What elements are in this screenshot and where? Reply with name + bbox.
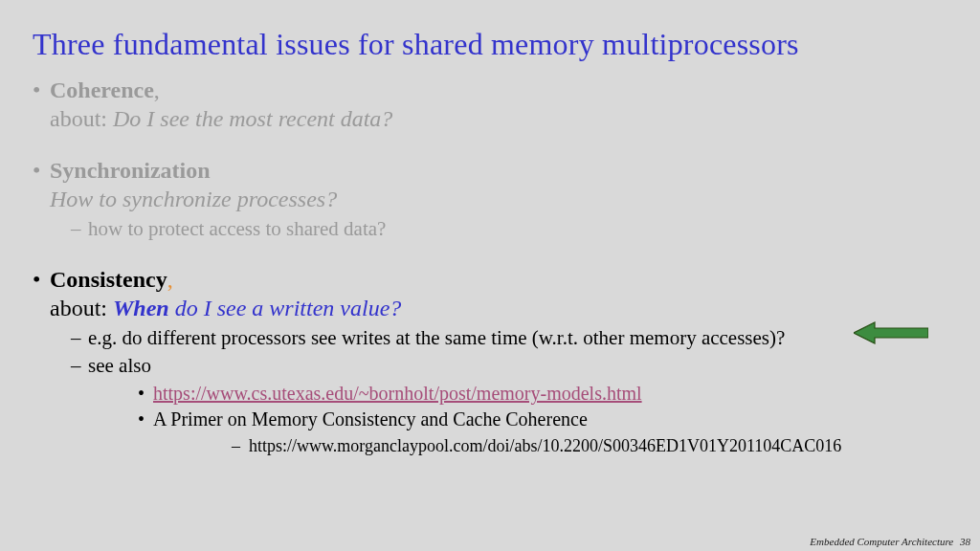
about-label: about: bbox=[50, 296, 113, 320]
comma: , bbox=[167, 267, 173, 292]
about-question: do I see a written value? bbox=[169, 296, 402, 320]
reference-sub: https://www.morganclaypool.com/doi/abs/1… bbox=[153, 434, 947, 457]
link-item: https://www.cs.utexas.edu/~bornholt/post… bbox=[88, 381, 947, 407]
issue-name: Coherence bbox=[50, 77, 154, 102]
see-also-list: https://www.cs.utexas.edu/~bornholt/post… bbox=[88, 381, 947, 457]
issues-list: Coherence, about: Do I see the most rece… bbox=[33, 76, 947, 457]
about-label: about: bbox=[50, 106, 113, 131]
when-word: When bbox=[113, 296, 169, 320]
footer: Embedded Computer Architecture 38 bbox=[810, 536, 970, 547]
memory-models-link[interactable]: https://www.cs.utexas.edu/~bornholt/post… bbox=[153, 383, 642, 404]
slide: Three fundamental issues for shared memo… bbox=[0, 0, 980, 551]
sub-list: how to protect access to shared data? bbox=[50, 215, 947, 242]
issue-name: Synchronization bbox=[50, 158, 211, 183]
issue-consistency: Consistency, about: When do I see a writ… bbox=[33, 265, 947, 457]
about-question: How to synchronize processes? bbox=[50, 185, 947, 213]
reference-title: A Primer on Memory Consistency and Cache… bbox=[153, 408, 588, 430]
sub-item: e.g. do different processors see writes … bbox=[50, 324, 947, 351]
highlight-arrow-icon bbox=[854, 321, 928, 344]
sub-item: how to protect access to shared data? bbox=[50, 215, 947, 242]
issue-name: Consistency bbox=[50, 267, 167, 292]
see-also-label: see also bbox=[88, 354, 151, 377]
reference-url: https://www.morganclaypool.com/doi/abs/1… bbox=[153, 434, 947, 457]
arrow-shape bbox=[854, 322, 928, 343]
comma: , bbox=[154, 77, 160, 102]
footer-page: 38 bbox=[956, 536, 970, 547]
reference-item: A Primer on Memory Consistency and Cache… bbox=[88, 407, 947, 457]
footer-course: Embedded Computer Architecture bbox=[810, 536, 953, 547]
sub-item-see-also: see also https://www.cs.utexas.edu/~born… bbox=[50, 352, 947, 458]
sub-list: e.g. do different processors see writes … bbox=[50, 324, 947, 457]
slide-title: Three fundamental issues for shared memo… bbox=[33, 27, 947, 62]
issue-coherence: Coherence, about: Do I see the most rece… bbox=[33, 76, 947, 133]
about-question: Do I see the most recent data? bbox=[113, 106, 392, 131]
issue-synchronization: Synchronization How to synchronize proce… bbox=[33, 156, 947, 242]
